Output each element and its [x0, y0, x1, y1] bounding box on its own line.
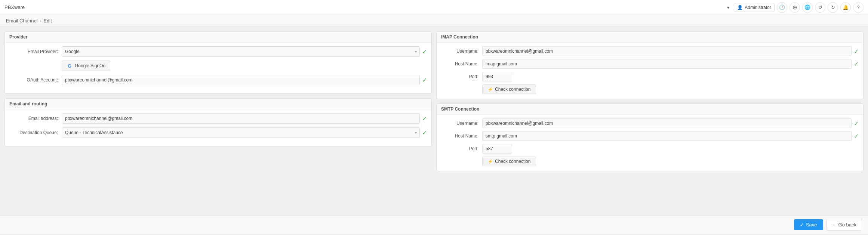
imap-title: IMAP Connection [437, 32, 863, 43]
go-back-button[interactable]: ← Go back [826, 219, 862, 231]
smtp-title: SMTP Connection [437, 104, 863, 115]
imap-username-input[interactable] [482, 46, 852, 56]
email-routing-title: Email and routing [5, 99, 431, 109]
provider-body: Email Provider: Google Microsoft Custom … [5, 43, 431, 93]
smtp-username-label: Username: [441, 121, 482, 126]
imap-hostname-row: Host Name: ✓ [441, 59, 859, 69]
google-signon-button[interactable]: G Google SignOn [62, 61, 110, 71]
clock-icon-btn[interactable]: 🕐 [777, 2, 787, 13]
imap-hostname-check-icon: ✓ [854, 61, 859, 68]
refresh2-icon-btn[interactable]: ↻ [828, 2, 838, 13]
destination-queue-row: Destination Queue: Queue - TechnicalAssi… [9, 127, 427, 138]
smtp-hostname-input[interactable] [482, 131, 852, 141]
imap-port-row: Port: [441, 72, 859, 81]
google-signon-label: Google SignOn [75, 63, 105, 68]
smtp-hostname-check-icon: ✓ [854, 133, 859, 140]
email-address-label: Email address: [9, 116, 62, 121]
smtp-body: Username: ✓ Host Name: ✓ Port: [437, 115, 863, 171]
imap-username-label: Username: [441, 49, 482, 54]
breadcrumb: Email Channel › Edit [0, 15, 868, 27]
imap-panel: IMAP Connection Username: ✓ Host Name: ✓ [436, 31, 864, 99]
email-address-check-icon: ✓ [422, 115, 427, 122]
email-address-input[interactable] [62, 113, 420, 124]
topbar-actions: ▾ 👤 Administrator 🕐 ⊕ 🌐 ↺ ↻ 🔔 ? [725, 2, 864, 13]
smtp-check-btn-row: ⚡ Check connection [441, 157, 859, 166]
smtp-check-connection-label: Check connection [495, 159, 530, 164]
google-signon-row: G Google SignOn [9, 61, 427, 71]
dropdown-arrow-icon: ▾ [727, 5, 729, 10]
oauth-account-control: ✓ [62, 75, 427, 85]
bell-icon-btn[interactable]: 🔔 [840, 2, 851, 13]
app-name-label: PBXware [4, 4, 25, 10]
oauth-account-label: OAuth Account: [9, 77, 62, 83]
imap-username-check-icon: ✓ [854, 48, 859, 55]
main-content: Provider Email Provider: Google Microsof… [0, 27, 868, 216]
smtp-port-input[interactable] [482, 144, 512, 154]
breadcrumb-separator: › [40, 19, 41, 23]
smtp-hostname-row: Host Name: ✓ [441, 131, 859, 141]
destination-queue-control: Queue - TechnicalAssistance Queue - Supp… [62, 127, 427, 138]
imap-port-input[interactable] [482, 72, 512, 81]
bottom-bar: ✓ Save ← Go back [0, 216, 868, 234]
email-provider-label: Email Provider: [9, 49, 62, 54]
smtp-port-row: Port: [441, 144, 859, 154]
topbar-dropdown[interactable]: ▾ [725, 3, 732, 12]
globe-icon-btn[interactable]: 🌐 [802, 2, 813, 13]
smtp-panel: SMTP Connection Username: ✓ Host Name: ✓ [436, 103, 864, 171]
destination-queue-label: Destination Queue: [9, 130, 62, 135]
imap-port-label: Port: [441, 74, 482, 79]
save-check-icon: ✓ [800, 222, 804, 228]
help-icon: ? [857, 4, 859, 10]
email-provider-row: Email Provider: Google Microsoft Custom … [9, 46, 427, 57]
smtp-port-label: Port: [441, 146, 482, 151]
go-back-label: Go back [838, 222, 856, 228]
admin-label: Administrator [745, 5, 771, 10]
provider-panel: Provider Email Provider: Google Microsof… [4, 31, 432, 94]
topbar: PBXware ▾ 👤 Administrator 🕐 ⊕ 🌐 ↺ ↻ 🔔 ? [0, 0, 868, 15]
add-icon: ⊕ [792, 4, 797, 11]
destination-queue-select-wrap: Queue - TechnicalAssistance Queue - Supp… [62, 127, 420, 138]
right-column: IMAP Connection Username: ✓ Host Name: ✓ [436, 31, 864, 211]
email-provider-control: Google Microsoft Custom ▾ ✓ [62, 46, 427, 57]
imap-check-connection-button[interactable]: ⚡ Check connection [482, 84, 536, 94]
add-icon-btn[interactable]: ⊕ [789, 2, 800, 13]
imap-check-btn-row: ⚡ Check connection [441, 84, 859, 94]
smtp-username-check-icon: ✓ [854, 120, 859, 127]
imap-hostname-input[interactable] [482, 59, 852, 69]
destination-queue-check-icon: ✓ [422, 129, 427, 136]
breadcrumb-current: Edit [43, 18, 52, 24]
admin-button[interactable]: 👤 Administrator [734, 3, 775, 12]
smtp-hostname-label: Host Name: [441, 133, 482, 139]
google-logo-icon: G [67, 63, 73, 69]
refresh1-icon-btn[interactable]: ↺ [815, 2, 825, 13]
provider-check-icon: ✓ [422, 48, 427, 55]
smtp-username-row: Username: ✓ [441, 118, 859, 128]
oauth-account-row: OAuth Account: ✓ [9, 75, 427, 85]
email-address-row: Email address: ✓ [9, 113, 427, 124]
provider-title: Provider [5, 32, 431, 43]
oauth-check-icon: ✓ [422, 77, 427, 84]
app-name: PBXware [4, 4, 25, 10]
smtp-username-input[interactable] [482, 118, 852, 128]
help-icon-btn[interactable]: ? [853, 2, 864, 13]
save-button[interactable]: ✓ Save [794, 219, 823, 230]
go-back-arrow-icon: ← [832, 222, 837, 228]
oauth-account-input[interactable] [62, 75, 420, 85]
breadcrumb-parent[interactable]: Email Channel [6, 18, 38, 24]
email-provider-select-wrap: Google Microsoft Custom ▾ [62, 46, 420, 57]
imap-check-connection-label: Check connection [495, 87, 530, 92]
globe-icon: 🌐 [804, 4, 810, 10]
destination-queue-select[interactable]: Queue - TechnicalAssistance Queue - Supp… [62, 127, 420, 138]
bell-icon: 🔔 [843, 4, 849, 10]
email-address-control: ✓ [62, 113, 427, 124]
email-provider-select[interactable]: Google Microsoft Custom [62, 46, 420, 57]
refresh1-icon: ↺ [818, 4, 822, 10]
email-routing-panel: Email and routing Email address: ✓ Desti… [4, 98, 432, 146]
imap-username-row: Username: ✓ [441, 46, 859, 56]
left-column: Provider Email Provider: Google Microsof… [4, 31, 432, 211]
refresh2-icon: ↻ [831, 4, 835, 10]
admin-user-icon: 👤 [737, 5, 743, 10]
email-routing-body: Email address: ✓ Destination Queue: Queu… [5, 109, 431, 146]
smtp-check-connection-button[interactable]: ⚡ Check connection [482, 157, 536, 166]
smtp-bolt-icon: ⚡ [488, 159, 493, 164]
